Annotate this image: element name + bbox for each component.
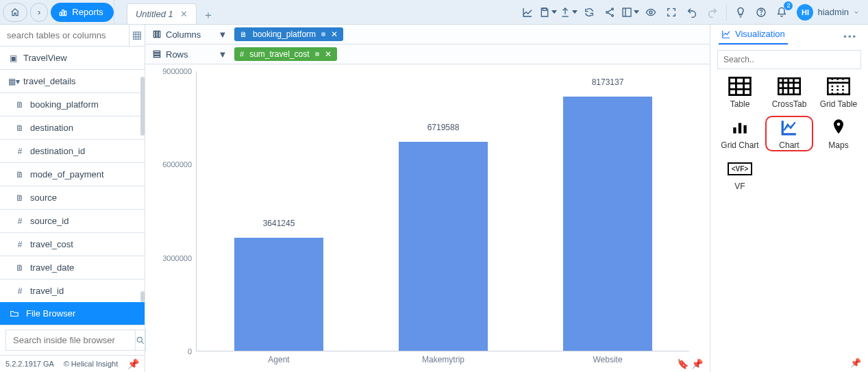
viz-tab-icon [721, 29, 731, 39]
doc-tab-title: Untitled 1 [136, 9, 173, 19]
layout-icon[interactable] [621, 3, 640, 22]
tab-visualization[interactable]: Visualization [719, 29, 788, 45]
svg-line-18 [141, 341, 143, 343]
lightbulb-icon[interactable] [731, 3, 750, 22]
field-doc-icon: 🗎 [240, 30, 247, 38]
notification-icon[interactable]: 2 [772, 3, 791, 22]
columns-shelf: Columns ▼ 🗎 booking_platform ✕ [145, 25, 710, 45]
field-doc-icon: 🗎 [15, 263, 25, 273]
chart-bar-value: 8173137 [563, 77, 652, 87]
pill-remove-icon[interactable]: ✕ [331, 29, 338, 39]
view-icon: ▣ [8, 53, 18, 63]
sidebar-field[interactable]: 🗎source [0, 186, 145, 210]
svg-point-11 [761, 14, 762, 15]
field-hash-icon: # [15, 216, 25, 226]
field-doc-icon: 🗎 [15, 193, 25, 203]
viz-item-gridchart[interactable]: Grid Chart [716, 116, 764, 151]
home-icon [10, 8, 20, 17]
sidebar-scrollbar[interactable] [140, 77, 145, 136]
viz-item-gridtable[interactable]: Grid Table [815, 75, 863, 110]
pill-remove-icon[interactable]: ✕ [325, 49, 332, 59]
sidebar-table-item[interactable]: ▦▾ travel_details [0, 70, 145, 93]
chevron-down-icon [853, 9, 860, 16]
sidebar-field[interactable]: #travel_cost [0, 233, 145, 256]
pill-handle-icon [315, 52, 319, 56]
notification-badge: 2 [784, 1, 793, 10]
breadcrumb-reports[interactable]: Reports [51, 3, 114, 22]
maps-icon [826, 117, 851, 138]
viz-item-table[interactable]: Table [716, 75, 764, 110]
sidebar-item-label: mode_of_payment [30, 169, 104, 179]
pill-label: booking_platform [253, 29, 316, 39]
sidebar-grid-toggle-icon[interactable] [129, 25, 145, 46]
gridtable-icon [826, 76, 851, 97]
file-browser-header[interactable]: File Browser [0, 302, 145, 325]
viz-tab-label: Visualization [735, 29, 785, 39]
chart-type-icon[interactable] [518, 3, 537, 22]
viz-item-vf[interactable]: <VF>VF [716, 157, 764, 193]
doc-tab[interactable]: Untitled 1 ✕ [127, 3, 197, 24]
file-browser-search-button[interactable] [135, 330, 146, 351]
help-icon[interactable] [752, 3, 771, 22]
file-browser-search-input[interactable] [5, 330, 135, 351]
redo-icon[interactable] [703, 3, 722, 22]
sidebar-view-item[interactable]: ▣ TravelView [0, 47, 145, 70]
rows-pill[interactable]: # sum_travel_cost ✕ [234, 47, 337, 61]
sidebar-field[interactable]: 🗎booking_platform [0, 93, 145, 116]
sidebar-item-label: travel_cost [30, 239, 73, 249]
doc-tab-close-icon[interactable]: ✕ [180, 9, 188, 19]
chart-bookmark-icon[interactable]: 🔖 [677, 358, 689, 369]
undo-icon[interactable] [682, 3, 702, 22]
sidebar-item-label: destination [30, 123, 73, 133]
fullscreen-icon[interactable] [662, 3, 681, 22]
refresh-icon[interactable] [580, 3, 599, 22]
columns-icon [152, 29, 162, 39]
gridchart-icon [728, 117, 752, 138]
chart-bar[interactable] [234, 238, 323, 351]
right-panel-pin-icon[interactable]: 📌 [850, 358, 861, 368]
viz-item-crosstab[interactable]: CrossTab [765, 75, 813, 110]
svg-rect-24 [153, 55, 160, 57]
rows-shelf-menu[interactable]: ▼ [218, 49, 227, 60]
footer-pin-icon[interactable]: 📌 [127, 358, 139, 369]
viz-item-label: Grid Table [820, 99, 857, 109]
columns-pill[interactable]: 🗎 booking_platform ✕ [234, 27, 343, 41]
user-menu[interactable]: HI hiadmin [793, 4, 864, 21]
viz-search-input[interactable] [718, 51, 860, 69]
viz-more-menu[interactable]: ••• [841, 29, 860, 45]
sidebar-field[interactable]: 🗎mode_of_payment [0, 163, 145, 186]
columns-shelf-menu[interactable]: ▼ [218, 29, 227, 40]
svg-point-17 [137, 337, 142, 342]
export-icon[interactable] [559, 3, 578, 22]
field-hash-icon: # [15, 147, 25, 156]
chart-bar[interactable] [399, 142, 488, 351]
viz-item-maps[interactable]: Maps [815, 116, 863, 151]
chart-icon [777, 117, 802, 138]
sidebar-field[interactable]: 🗎travel_date [0, 256, 145, 280]
svg-rect-1 [62, 10, 64, 15]
svg-rect-22 [153, 51, 160, 52]
sidebar-field[interactable]: #source_id [0, 210, 145, 233]
rows-shelf-label: Rows [166, 49, 188, 60]
field-hash-icon: # [15, 286, 25, 296]
chart-pin-icon[interactable]: 📌 [691, 358, 703, 369]
sidebar-field[interactable]: 🗎destination [0, 116, 145, 140]
eye-icon[interactable] [641, 3, 660, 22]
y-axis-tick: 0 [188, 347, 192, 356]
doc-tab-add[interactable]: ＋ [199, 6, 217, 24]
viz-item-chart[interactable]: Chart [765, 116, 813, 151]
field-hash-icon: # [15, 240, 25, 249]
svg-rect-20 [156, 31, 158, 37]
share-icon[interactable] [600, 3, 619, 22]
sidebar-scrollbar[interactable] [140, 291, 145, 302]
chart-bar-value: 3641245 [234, 219, 323, 228]
breadcrumb-home[interactable] [3, 3, 27, 22]
save-icon[interactable] [538, 3, 558, 22]
chart-bar[interactable] [563, 97, 652, 351]
footer-version: 5.2.2.1917 GA [5, 360, 54, 368]
field-doc-icon: 🗎 [15, 100, 25, 110]
viz-item-label: Maps [828, 140, 848, 150]
sidebar-field[interactable]: #destination_id [0, 140, 145, 163]
sidebar-search-input[interactable] [0, 25, 129, 46]
sidebar-field[interactable]: #travel_id [0, 280, 145, 302]
